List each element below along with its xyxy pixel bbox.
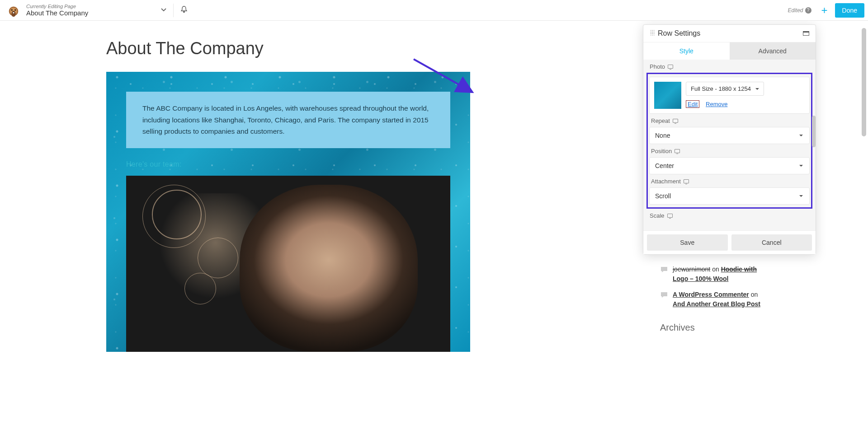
page-title: About The Company [26, 9, 88, 17]
position-select[interactable]: Center [649, 157, 810, 174]
photo-remove-link[interactable]: Remove [706, 101, 727, 107]
drag-handle-icon[interactable]: ⠿⠿⠿⠿ [650, 31, 654, 36]
responsive-icon[interactable] [675, 149, 680, 153]
svg-point-4 [14, 9, 16, 10]
panel-title: Row Settings [658, 29, 803, 37]
comment-item: joewarnimont on Hoodie with Logo – 100% … [660, 265, 764, 284]
row-settings-panel: ⠿⠿⠿⠿ Row Settings Style Advanced Photo F… [643, 24, 816, 255]
responsive-icon[interactable] [667, 214, 673, 218]
photo-edit-link[interactable]: Edit [686, 100, 699, 108]
highlighted-settings: Full Size - 1880 x 1254 Edit Remove Repe… [646, 73, 812, 209]
page-sidebar: joewarnimont on Hoodie with Logo – 100% … [660, 265, 764, 333]
photo-field: Full Size - 1880 x 1254 Edit Remove [649, 77, 810, 114]
photo-size-select[interactable]: Full Size - 1880 x 1254 [686, 82, 764, 96]
maximize-icon[interactable] [803, 31, 809, 36]
tab-style[interactable]: Style [643, 42, 730, 60]
attachment-select[interactable]: Scroll [649, 187, 810, 205]
help-icon[interactable]: ? [805, 7, 811, 14]
comment-author-link[interactable]: A WordPress Commenter [673, 291, 749, 298]
comment-author-striked: joewarnimont [673, 266, 710, 273]
responsive-icon[interactable] [668, 65, 673, 69]
add-button[interactable]: + [818, 4, 831, 17]
comment-post-link[interactable]: And Another Great Blog Post [673, 300, 760, 308]
tab-advanced[interactable]: Advanced [730, 42, 816, 60]
panel-tabs: Style Advanced [643, 42, 816, 60]
responsive-icon[interactable] [673, 119, 678, 123]
comment-item: A WordPress Commenter on And Another Gre… [660, 290, 764, 309]
responsive-icon[interactable] [684, 179, 689, 183]
page-info: Currently Editing Page About The Company [26, 4, 88, 17]
row-background[interactable]: The ABC Company is located in Los Angele… [106, 72, 470, 352]
editing-label: Currently Editing Page [26, 4, 88, 9]
scale-label: Scale [648, 209, 811, 222]
panel-footer: Save Cancel [643, 230, 816, 254]
edited-indicator: Edited ? [788, 7, 811, 14]
position-label: Position [649, 144, 810, 157]
panel-scrollbar[interactable] [812, 116, 816, 147]
viewport: About The Company The ABC Company is loc… [0, 21, 868, 425]
photo-label: Photo [648, 60, 811, 73]
team-label: Here's our team: [126, 160, 182, 168]
edited-text: Edited [788, 7, 803, 14]
repeat-label: Repeat [649, 114, 810, 127]
page-scrollbar[interactable] [862, 28, 866, 136]
beaver-logo-icon [6, 3, 21, 18]
repeat-select[interactable]: None [649, 127, 810, 144]
cancel-button[interactable]: Cancel [731, 234, 812, 251]
intro-text-box: The ABC Company is located in Los Angele… [126, 92, 450, 148]
comment-icon [660, 266, 668, 274]
svg-rect-6 [13, 12, 14, 13]
panel-header: ⠿⠿⠿⠿ Row Settings [643, 25, 816, 42]
done-button[interactable]: Done [835, 3, 864, 18]
photo-thumbnail[interactable] [654, 82, 681, 109]
archives-heading: Archives [660, 322, 764, 333]
topbar: Currently Editing Page About The Company… [0, 0, 868, 21]
team-image [126, 176, 450, 352]
comment-icon [660, 291, 668, 299]
divider [173, 4, 174, 17]
notifications-icon[interactable] [180, 5, 188, 15]
panel-body[interactable]: Photo Full Size - 1880 x 1254 Edit Remov… [643, 60, 816, 230]
page-dropdown[interactable] [160, 6, 167, 14]
save-button[interactable]: Save [647, 234, 728, 251]
attachment-label: Attachment [649, 174, 810, 187]
svg-point-3 [11, 9, 13, 10]
